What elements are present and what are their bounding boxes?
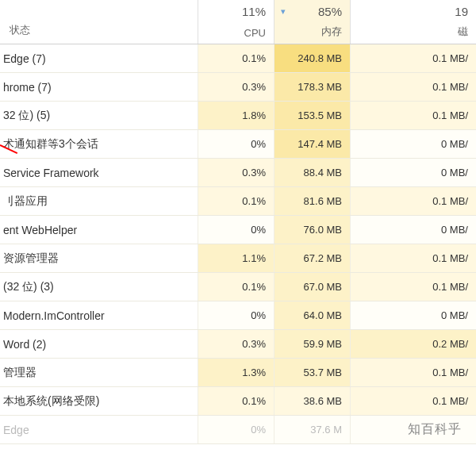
cpu-cell: 0.3% <box>198 159 274 186</box>
table-row[interactable]: hrome (7)0.3%178.3 MB0.1 MB/ <box>0 73 476 102</box>
process-name: Service Framework <box>0 159 198 186</box>
memory-cell: 38.6 MB <box>274 387 351 415</box>
disk-cell: 0.1 MB/ <box>351 102 476 129</box>
cpu-cell: 0% <box>198 216 274 244</box>
memory-column-header[interactable]: ▾ 85% 内存 <box>274 0 351 44</box>
cpu-cell: 0.1% <box>198 387 274 415</box>
status-label: 状态 <box>10 23 30 37</box>
process-name: Modern.ImController <box>0 301 198 329</box>
process-list: Edge (7)0.1%240.8 MB0.1 MB/hrome (7)0.3%… <box>0 44 476 444</box>
cpu-cell: 0% <box>198 130 274 158</box>
process-name: Word (2) <box>0 330 198 358</box>
cpu-label: CPU <box>202 27 266 39</box>
table-row[interactable]: (32 位) (3)0.1%67.0 MB0.1 MB/ <box>0 273 476 301</box>
disk-cell: 0 MB/ <box>351 159 476 186</box>
memory-cell: 67.2 MB <box>274 244 351 272</box>
memory-cell: 53.7 MB <box>274 359 351 386</box>
disk-cell: 0.1 MB/ <box>351 244 476 272</box>
memory-cell: 37.6 M <box>274 416 351 443</box>
memory-cell: 88.4 MB <box>274 159 351 186</box>
table-row[interactable]: 本地系统(网络受限)0.1%38.6 MB0.1 MB/ <box>0 387 476 416</box>
cpu-cell: 0.1% <box>198 273 274 301</box>
process-name: 资源管理器 <box>0 244 198 272</box>
disk-cell: 0.1 MB/ <box>351 73 476 101</box>
memory-percent: 85% <box>278 5 342 18</box>
process-name: Edge <box>0 416 198 443</box>
process-name: hrome (7) <box>0 73 198 101</box>
status-column-header[interactable]: 状态 <box>0 0 198 44</box>
disk-cell: 0.1 MB/ <box>351 359 476 386</box>
memory-cell: 81.6 MB <box>274 187 351 215</box>
cpu-cell: 0.3% <box>198 73 274 101</box>
disk-percent: 19 <box>354 5 468 18</box>
process-name: Edge (7) <box>0 44 198 72</box>
disk-cell: 0.1 MB/ <box>351 44 476 72</box>
cpu-cell: 0% <box>198 416 274 443</box>
disk-cell: 0 MB/ <box>351 130 476 158</box>
disk-cell: 0.1 MB/ <box>351 187 476 215</box>
table-row[interactable]: Word (2)0.3%59.9 MB0.2 MB/ <box>0 330 476 359</box>
cpu-cell: 1.8% <box>198 102 274 129</box>
process-name: 管理器 <box>0 359 198 386</box>
table-row[interactable]: 管理器1.3%53.7 MB0.1 MB/ <box>0 359 476 387</box>
cpu-cell: 1.1% <box>198 244 274 272</box>
disk-cell: 0 MB/ <box>351 216 476 244</box>
process-name: 刂器应用 <box>0 187 198 215</box>
cpu-cell: 1.3% <box>198 359 274 386</box>
cpu-cell: 0.3% <box>198 330 274 358</box>
process-name: 32 位) (5) <box>0 102 198 129</box>
table-row[interactable]: Modern.ImController0%64.0 MB0 MB/ <box>0 301 476 330</box>
memory-cell: 76.0 MB <box>274 216 351 244</box>
sort-descending-icon: ▾ <box>281 6 286 17</box>
memory-cell: 64.0 MB <box>274 301 351 329</box>
table-row[interactable]: 资源管理器1.1%67.2 MB0.1 MB/ <box>0 244 476 273</box>
memory-cell: 240.8 MB <box>274 44 351 72</box>
table-row[interactable]: Edge0%37.6 M <box>0 416 476 444</box>
memory-cell: 147.4 MB <box>274 130 351 158</box>
table-row[interactable]: Edge (7)0.1%240.8 MB0.1 MB/ <box>0 44 476 73</box>
cpu-percent: 11% <box>202 5 266 18</box>
column-header-row: 状态 11% CPU ▾ 85% 内存 19 磁 <box>0 0 476 44</box>
cpu-column-header[interactable]: 11% CPU <box>198 0 274 44</box>
table-row[interactable]: ent WebHelper0%76.0 MB0 MB/ <box>0 216 476 244</box>
cpu-cell: 0% <box>198 301 274 329</box>
disk-cell: 0 MB/ <box>351 301 476 329</box>
process-name: 本地系统(网络受限) <box>0 387 198 415</box>
cpu-cell: 0.1% <box>198 187 274 215</box>
disk-cell <box>351 416 476 443</box>
disk-label: 磁 <box>354 25 468 39</box>
process-name: ent WebHelper <box>0 216 198 244</box>
disk-column-header[interactable]: 19 磁 <box>351 0 476 44</box>
disk-cell: 0.1 MB/ <box>351 387 476 415</box>
process-name: (32 位) (3) <box>0 273 198 301</box>
disk-cell: 0.2 MB/ <box>351 330 476 358</box>
table-row[interactable]: 术通知群等3个会话0%147.4 MB0 MB/ <box>0 130 476 159</box>
disk-cell: 0.1 MB/ <box>351 273 476 301</box>
table-row[interactable]: 刂器应用0.1%81.6 MB0.1 MB/ <box>0 187 476 216</box>
table-row[interactable]: 32 位) (5)1.8%153.5 MB0.1 MB/ <box>0 102 476 130</box>
memory-cell: 178.3 MB <box>274 73 351 101</box>
memory-cell: 59.9 MB <box>274 330 351 358</box>
memory-cell: 67.0 MB <box>274 273 351 301</box>
memory-label: 内存 <box>278 25 342 39</box>
process-name: 术通知群等3个会话 <box>0 130 198 158</box>
table-row[interactable]: Service Framework0.3%88.4 MB0 MB/ <box>0 159 476 187</box>
memory-cell: 153.5 MB <box>274 102 351 129</box>
cpu-cell: 0.1% <box>198 44 274 72</box>
